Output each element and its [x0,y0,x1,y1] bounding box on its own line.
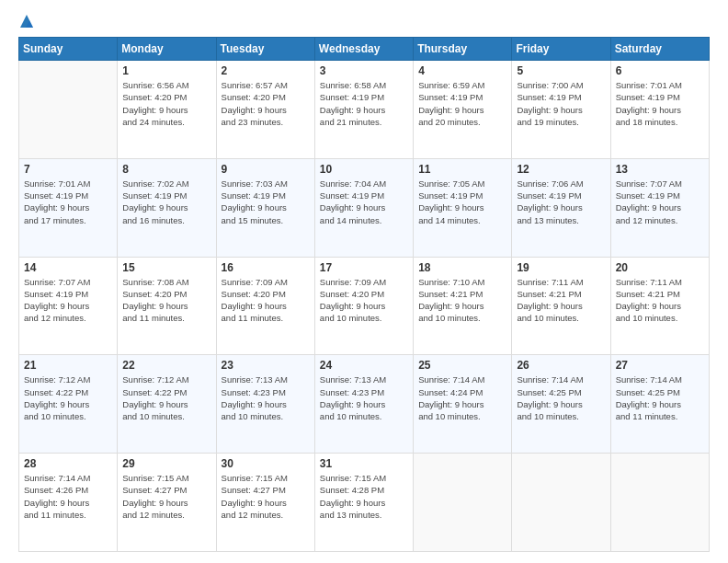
day-number: 15 [122,261,210,274]
day-info-line: Sunrise: 7:14 AM [418,374,484,385]
day-info-line: Daylight: 9 hours [616,301,681,311]
day-info-line: Daylight: 9 hours [517,399,582,409]
day-info-line: Sunrise: 7:02 AM [122,178,188,189]
calendar-cell: 13Sunrise: 7:07 AMSunset: 4:19 PMDayligh… [610,158,709,257]
day-info: Sunrise: 7:12 AMSunset: 4:22 PMDaylight:… [122,373,210,422]
calendar-cell: 25Sunrise: 7:14 AMSunset: 4:24 PMDayligh… [414,355,512,454]
calendar-cell: 8Sunrise: 7:02 AMSunset: 4:19 PMDaylight… [118,158,216,257]
col-header-thursday: Thursday [414,38,512,61]
day-number: 9 [222,163,310,176]
day-number: 27 [616,359,704,372]
day-info-line: Sunset: 4:21 PM [616,289,680,299]
day-info-line: and 12 minutes. [24,313,86,323]
col-header-sunday: Sunday [19,38,118,61]
day-info-line: Daylight: 9 hours [320,399,385,409]
calendar-cell [512,454,610,552]
day-info-line: Daylight: 9 hours [122,105,188,115]
day-info-line: and 12 minutes. [222,510,284,520]
calendar-cell: 17Sunrise: 7:09 AMSunset: 4:20 PMDayligh… [314,257,413,355]
day-info-line: Sunset: 4:19 PM [418,190,483,201]
day-info-line: Daylight: 9 hours [122,202,188,213]
calendar-cell: 10Sunrise: 7:04 AMSunset: 4:19 PMDayligh… [314,158,413,257]
calendar-cell: 20Sunrise: 7:11 AMSunset: 4:21 PMDayligh… [610,257,709,355]
day-info-line: Daylight: 9 hours [418,399,483,409]
day-info-line: Sunrise: 7:03 AM [222,178,288,189]
day-info: Sunrise: 7:07 AMSunset: 4:19 PMDaylight:… [616,178,704,226]
day-number: 28 [24,457,112,470]
day-info-line: Sunset: 4:25 PM [616,387,680,397]
day-info: Sunrise: 7:09 AMSunset: 4:20 PMDaylight:… [222,276,310,325]
day-info-line: and 18 minutes. [616,117,678,127]
day-info-line: Sunrise: 7:09 AM [222,277,288,287]
calendar-cell: 19Sunrise: 7:11 AMSunset: 4:21 PMDayligh… [512,257,610,355]
day-info-line: Daylight: 9 hours [616,105,681,115]
day-number: 7 [24,163,112,176]
day-info-line: Sunrise: 7:01 AM [616,80,682,90]
day-info: Sunrise: 6:56 AMSunset: 4:20 PMDaylight:… [122,79,210,128]
day-info: Sunrise: 7:07 AMSunset: 4:19 PMDaylight:… [24,276,112,325]
day-number: 13 [616,163,704,176]
day-info-line: Sunrise: 7:04 AM [320,178,386,189]
calendar-week-1: 1Sunrise: 6:56 AMSunset: 4:20 PMDaylight… [19,61,710,159]
day-info-line: Sunset: 4:27 PM [222,485,286,495]
day-info-line: Sunrise: 7:00 AM [517,80,583,90]
day-number: 25 [418,359,506,372]
day-info: Sunrise: 7:14 AMSunset: 4:25 PMDaylight:… [517,373,605,422]
day-info-line: Sunset: 4:22 PM [24,387,88,397]
day-info-line: Sunset: 4:27 PM [122,485,187,495]
day-info-line: and 14 minutes. [320,215,382,225]
day-info: Sunrise: 7:01 AMSunset: 4:19 PMDaylight:… [616,79,704,128]
day-info: Sunrise: 7:14 AMSunset: 4:24 PMDaylight:… [418,373,506,422]
header [18,15,710,28]
day-info-line: Sunrise: 7:07 AM [24,277,90,287]
calendar-week-3: 14Sunrise: 7:07 AMSunset: 4:19 PMDayligh… [19,257,710,355]
calendar-cell: 3Sunrise: 6:58 AMSunset: 4:19 PMDaylight… [314,61,413,159]
day-info: Sunrise: 7:08 AMSunset: 4:20 PMDaylight:… [122,276,210,325]
calendar-cell: 4Sunrise: 6:59 AMSunset: 4:19 PMDaylight… [414,61,512,159]
day-info-line: Sunset: 4:19 PM [616,190,680,201]
calendar-cell: 12Sunrise: 7:06 AMSunset: 4:19 PMDayligh… [512,158,610,257]
day-info: Sunrise: 7:10 AMSunset: 4:21 PMDaylight:… [418,276,506,325]
day-info-line: Sunset: 4:20 PM [122,289,187,299]
day-number: 20 [616,261,704,274]
day-number: 1 [122,64,210,77]
day-info-line: Sunrise: 6:56 AM [122,80,188,90]
day-info-line: Sunrise: 7:12 AM [24,374,90,385]
calendar-cell [414,454,512,552]
day-number: 6 [616,64,704,77]
day-info-line: Daylight: 9 hours [517,301,582,311]
day-info: Sunrise: 7:04 AMSunset: 4:19 PMDaylight:… [320,178,408,226]
day-info-line: and 23 minutes. [222,117,284,127]
day-info-line: Sunset: 4:19 PM [616,92,680,102]
day-info-line: Daylight: 9 hours [122,301,188,311]
day-info-line: and 20 minutes. [418,117,481,127]
day-number: 31 [320,457,408,470]
day-info-line: Sunrise: 7:10 AM [418,277,484,287]
logo [18,15,33,28]
calendar-cell: 22Sunrise: 7:12 AMSunset: 4:22 PMDayligh… [118,355,216,454]
day-info-line: Daylight: 9 hours [222,301,287,311]
day-info-line: Daylight: 9 hours [122,399,188,409]
logo-icon [20,15,33,28]
day-number: 21 [24,359,112,372]
calendar-cell: 30Sunrise: 7:15 AMSunset: 4:27 PMDayligh… [216,454,314,552]
day-info: Sunrise: 7:11 AMSunset: 4:21 PMDaylight:… [616,276,704,325]
calendar-week-5: 28Sunrise: 7:14 AMSunset: 4:26 PMDayligh… [19,454,710,552]
calendar-cell: 18Sunrise: 7:10 AMSunset: 4:21 PMDayligh… [414,257,512,355]
day-number: 26 [517,359,605,372]
day-info-line: Daylight: 9 hours [222,498,287,508]
calendar-cell: 11Sunrise: 7:05 AMSunset: 4:19 PMDayligh… [414,158,512,257]
day-info-line: and 10 minutes. [122,411,185,421]
day-info-line: Daylight: 9 hours [616,202,681,213]
day-info: Sunrise: 7:13 AMSunset: 4:23 PMDaylight:… [222,373,310,422]
day-info-line: Sunset: 4:19 PM [222,190,286,201]
day-info-line: and 14 minutes. [418,215,481,225]
day-info-line: Daylight: 9 hours [222,399,287,409]
day-info: Sunrise: 7:03 AMSunset: 4:19 PMDaylight:… [222,178,310,226]
day-info-line: and 12 minutes. [616,215,678,225]
calendar-cell: 5Sunrise: 7:00 AMSunset: 4:19 PMDaylight… [512,61,610,159]
day-info-line: Sunset: 4:19 PM [122,190,187,201]
day-info-line: Sunrise: 7:07 AM [616,178,682,189]
day-info: Sunrise: 7:14 AMSunset: 4:26 PMDaylight:… [24,472,112,521]
day-number: 8 [122,163,210,176]
